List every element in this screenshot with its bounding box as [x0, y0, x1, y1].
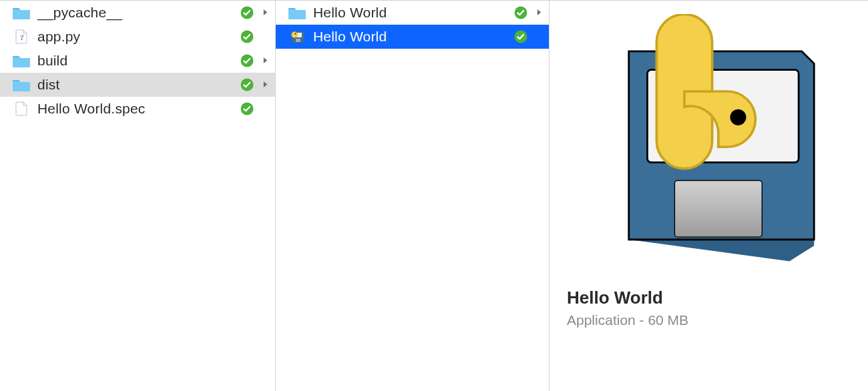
file-row[interactable]: app.py: [0, 25, 275, 49]
file-name-label: app.py: [37, 29, 234, 45]
preview-separator: -: [636, 312, 648, 328]
sync-status-icon: [240, 54, 254, 67]
preview-app-icon: [582, 14, 836, 268]
sync-status-icon: [514, 30, 527, 43]
file-name-label: Hello World: [313, 29, 507, 45]
blank-file-icon: [12, 101, 31, 117]
file-name-label: dist: [37, 77, 234, 93]
file-name-label: Hello World.spec: [37, 101, 234, 117]
folder-icon: [12, 77, 31, 93]
chevron-right-icon: [260, 55, 270, 67]
sync-status-icon: [514, 6, 527, 19]
file-name-label: Hello World: [313, 5, 507, 21]
chevron-right-icon: [260, 7, 270, 19]
sync-status-icon: [240, 6, 254, 19]
preview-kind: Application: [567, 312, 636, 328]
preview-size: 60 MB: [648, 312, 688, 328]
finder-column-view: __pycache__ app.py build dist Hello Worl…: [0, 0, 868, 391]
preview-subtitle: Application - 60 MB: [567, 312, 852, 328]
file-row[interactable]: Hello World.spec: [0, 97, 275, 121]
folder-icon: [12, 53, 31, 69]
file-row[interactable]: __pycache__: [0, 1, 275, 25]
preview-panel: Hello World Application - 60 MB: [550, 1, 868, 391]
python-file-icon: [12, 29, 31, 45]
app-icon: [288, 29, 306, 45]
sync-status-icon: [240, 102, 254, 115]
sync-status-icon: [240, 30, 254, 43]
file-row-selected[interactable]: Hello World: [276, 25, 549, 49]
chevron-right-icon: [534, 7, 544, 19]
chevron-right-icon: [260, 79, 270, 91]
sync-status-icon: [240, 78, 254, 91]
column-1: __pycache__ app.py build dist Hello Worl…: [0, 1, 276, 391]
file-name-label: __pycache__: [37, 5, 234, 21]
preview-title: Hello World: [567, 288, 852, 308]
file-row-selected[interactable]: dist: [0, 73, 275, 97]
file-name-label: build: [37, 53, 234, 69]
folder-icon: [288, 5, 306, 21]
folder-icon: [12, 5, 31, 21]
file-row[interactable]: build: [0, 49, 275, 73]
column-2: Hello World Hello World: [276, 1, 550, 391]
file-row[interactable]: Hello World: [276, 1, 549, 25]
